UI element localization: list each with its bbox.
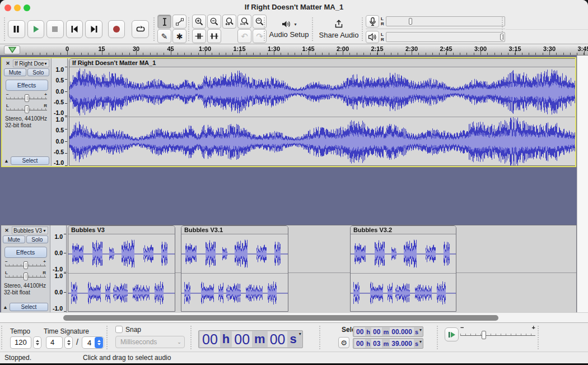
snap-checkbox[interactable] (115, 326, 123, 333)
silence-audio-button[interactable] (207, 29, 221, 43)
track-2-pan-slider[interactable]: L R (4, 270, 47, 280)
track-1-pan-slider[interactable]: L R (5, 103, 48, 113)
track-2-effects-button[interactable]: Effects (4, 247, 47, 258)
audio-position-digits[interactable]: 00 (200, 331, 220, 347)
selection-start-digits[interactable]: 00 (354, 327, 365, 336)
time-sig-upper-stepper[interactable] (64, 336, 73, 349)
display-format-caret-icon[interactable]: ▾ (419, 339, 422, 344)
waveform-canvas[interactable] (69, 117, 575, 166)
track-2-solo-button[interactable]: Solo (26, 235, 49, 243)
tempo-stepper[interactable] (33, 336, 41, 349)
clip-title[interactable]: Bubbles V3 (68, 226, 175, 234)
loop-button[interactable] (132, 20, 149, 38)
audio-clip[interactable]: Bubbles V3.1 (181, 225, 288, 312)
selection-end-digits[interactable]: 00 (354, 339, 365, 348)
audio-clip[interactable]: If Right Doesn't Matter MA_1 (69, 58, 575, 166)
selection-end-unit[interactable]: s (414, 339, 419, 348)
draw-tool-button[interactable]: ✎ (157, 29, 171, 43)
share-audio-button[interactable]: Share Audio (316, 14, 362, 44)
play-meter-button[interactable] (366, 31, 379, 43)
track-2-collapse-button[interactable]: ▲ (3, 304, 8, 310)
track-1-vertical-scale[interactable]: 1.00.50.0-0.5-1.01.00.50.0-0.5-1.0 (52, 58, 68, 166)
track-1-gain-slider[interactable]: − + (5, 92, 48, 102)
skip-to-start-button[interactable] (66, 20, 83, 38)
track-2-name-button[interactable]: Bubbles V3 ▼ (12, 227, 48, 234)
selection-start-unit[interactable]: h (366, 327, 371, 336)
audio-setup-button[interactable]: ▾ Audio Setup (268, 14, 310, 44)
track-2-close-button[interactable]: ✕ (3, 227, 11, 234)
clip-title[interactable]: If Right Doesn't Matter MA_1 (69, 59, 575, 67)
waveform-canvas[interactable] (181, 234, 288, 273)
audio-position-unit[interactable]: h (221, 331, 231, 347)
track-1-effects-button[interactable]: Effects (6, 80, 48, 91)
skip-to-end-button[interactable] (85, 20, 102, 38)
track-2-select-button[interactable]: Select (10, 303, 48, 311)
track-2-content[interactable]: Bubbles V3Bubbles V3.1Bubbles V3.2 (67, 225, 576, 312)
undo-button[interactable]: ↶ (237, 29, 251, 43)
selection-end-display[interactable]: 00h03m39.000s▾ (353, 338, 423, 349)
zoom-in-button[interactable] (192, 15, 206, 29)
waveform-canvas[interactable] (181, 274, 288, 312)
pan-slider-thumb[interactable] (25, 105, 29, 113)
track-1-collapse-button[interactable]: ▲ (4, 158, 9, 164)
gain-slider-thumb[interactable] (24, 261, 28, 269)
audio-position-display[interactable]: 00h00m00s▾ (198, 330, 303, 348)
clip-title[interactable]: Bubbles V3.2 (351, 226, 456, 234)
play-at-speed-button[interactable] (445, 327, 459, 341)
track-1-name-button[interactable]: If Right Doesn ▼ (13, 59, 49, 67)
selection-end-digits[interactable]: 03 (371, 339, 382, 348)
play-button[interactable] (27, 20, 45, 38)
selection-start-digits[interactable]: 00.000 (390, 327, 414, 336)
waveform-canvas[interactable] (351, 234, 456, 273)
timeline-options-button[interactable] (4, 45, 20, 54)
waveform-canvas[interactable] (68, 234, 175, 273)
tempo-input[interactable]: 120 (10, 336, 31, 349)
display-format-caret-icon[interactable]: ▾ (419, 327, 422, 332)
waveform-canvas[interactable] (68, 274, 175, 312)
record-meter-button[interactable] (366, 15, 379, 27)
stop-button[interactable] (46, 20, 64, 38)
selection-end-unit[interactable]: h (366, 339, 371, 348)
waveform-canvas[interactable] (351, 274, 456, 312)
trim-audio-button[interactable] (192, 29, 206, 43)
display-format-caret-icon[interactable]: ▾ (299, 331, 301, 336)
pan-slider-thumb[interactable] (24, 272, 28, 280)
selection-tool-button[interactable] (157, 15, 171, 29)
selection-settings-button[interactable]: ⚙ (338, 337, 349, 348)
track-1-close-button[interactable]: ✕ (4, 59, 12, 67)
vertical-scrollbar[interactable] (577, 56, 588, 312)
selection-end-digits[interactable]: 39.000 (390, 339, 414, 348)
track-2-gain-slider[interactable]: − + (4, 259, 47, 269)
selection-start-unit[interactable]: m (382, 327, 389, 336)
envelope-tool-button[interactable] (172, 15, 186, 29)
multi-tool-button[interactable]: ✱ (172, 29, 186, 43)
record-button[interactable] (108, 20, 125, 38)
track-2-mute-button[interactable]: Mute (3, 235, 25, 243)
track-1-solo-button[interactable]: Solo (27, 68, 50, 76)
fit-project-button[interactable] (237, 15, 251, 29)
pause-button[interactable] (8, 20, 25, 38)
audio-position-unit[interactable]: s (288, 331, 298, 347)
selection-end-unit[interactable]: m (382, 339, 389, 348)
recording-level-meter[interactable] (386, 16, 505, 26)
track-1-mute-button[interactable]: Mute (4, 68, 26, 76)
time-sig-upper-input[interactable]: 4 (46, 336, 63, 349)
zoom-out-button[interactable] (207, 15, 221, 29)
selection-start-digits[interactable]: 00 (371, 327, 382, 336)
clip-title[interactable]: Bubbles V3.1 (181, 226, 288, 234)
track-1-select-button[interactable]: Select (11, 156, 49, 165)
selection-start-display[interactable]: 00h00m00.000s▾ (353, 326, 423, 337)
time-sig-lower-popup[interactable]: 4 (82, 336, 104, 349)
waveform-canvas[interactable] (69, 67, 575, 117)
gain-slider-thumb[interactable] (25, 94, 29, 102)
snap-format-dropdown[interactable]: Milliseconds ⌄ (115, 336, 185, 348)
playback-speed-slider[interactable]: − + (460, 324, 535, 341)
fit-selection-button[interactable] (222, 15, 236, 29)
track-2-vertical-scale[interactable]: 1.00.0-1.01.00.0-1.0 (50, 225, 67, 312)
audio-clip[interactable]: Bubbles V3 (68, 225, 175, 312)
audio-clip[interactable]: Bubbles V3.2 (350, 225, 456, 312)
speed-slider-thumb[interactable] (482, 331, 486, 339)
playback-level-meter[interactable] (386, 32, 505, 42)
horizontal-scrollbar[interactable] (0, 312, 588, 322)
timeline-ruler[interactable]: 01530451:001:151:301:452:002:152:302:453… (0, 44, 588, 56)
